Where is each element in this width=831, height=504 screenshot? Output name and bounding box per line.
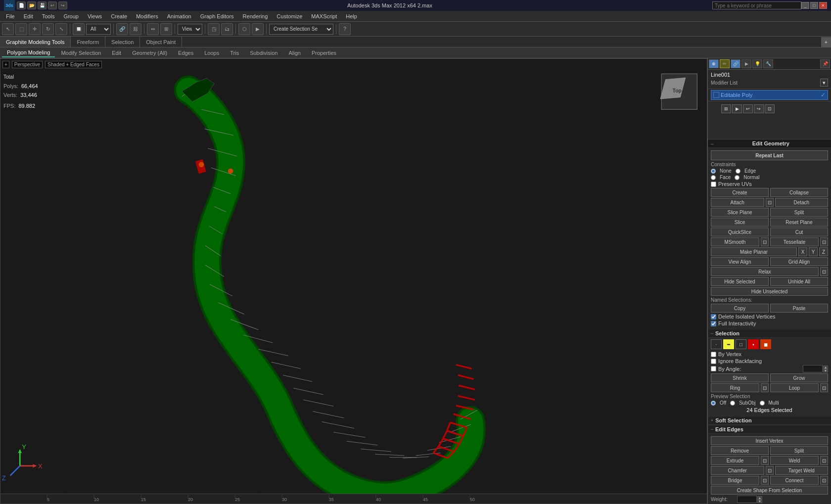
rtab-subdivision[interactable]: Subdivision bbox=[245, 49, 282, 57]
weight-down[interactable]: ▼ bbox=[757, 500, 762, 503]
constraint-normal[interactable] bbox=[735, 175, 739, 180]
menu-group[interactable]: Group bbox=[59, 12, 83, 20]
edit-edges-minus[interactable]: – bbox=[711, 427, 713, 432]
reference-coord[interactable]: 🔲 bbox=[73, 23, 85, 35]
quick-render[interactable]: ▶ bbox=[252, 23, 264, 35]
full-interactivity-cb[interactable] bbox=[711, 321, 716, 326]
menu-modifiers[interactable]: Modifiers bbox=[132, 12, 162, 20]
remove-btn[interactable]: Remove bbox=[711, 446, 769, 455]
by-vertex-cb[interactable] bbox=[711, 352, 716, 357]
relax-btn[interactable]: Relax bbox=[711, 267, 819, 276]
search-input[interactable] bbox=[712, 1, 801, 9]
msmooth-btn[interactable]: MSmooth bbox=[711, 237, 759, 246]
x-btn[interactable]: X bbox=[798, 247, 807, 256]
view-icon-1[interactable]: ⊞ bbox=[721, 104, 731, 113]
close-btn[interactable]: ✕ bbox=[819, 2, 827, 9]
panel-icon-display[interactable]: 💡 bbox=[752, 59, 762, 68]
edge-icon[interactable]: ━ bbox=[723, 339, 734, 349]
quickslice-btn[interactable]: QuickSlice bbox=[711, 228, 769, 236]
rtab-tris[interactable]: Tris bbox=[225, 49, 244, 57]
by-angle-cb[interactable] bbox=[711, 366, 716, 371]
constraint-face[interactable] bbox=[711, 175, 716, 180]
slice-plane-btn[interactable]: Slice Plane bbox=[711, 208, 769, 217]
detach-btn[interactable]: Detach bbox=[775, 198, 829, 207]
insert-vertex-btn[interactable]: Insert Vertex bbox=[711, 436, 828, 445]
link-tool[interactable]: 🔗 bbox=[116, 23, 128, 35]
modifier-list-arrow[interactable]: ▾ bbox=[820, 79, 828, 87]
move-tool[interactable]: ✛ bbox=[29, 23, 41, 35]
coord-dropdown[interactable]: AllView bbox=[86, 24, 111, 35]
split-btn[interactable]: Split bbox=[770, 208, 828, 217]
rtab-modify-selection[interactable]: Modify Selection bbox=[56, 49, 106, 57]
panel-icon-utilities[interactable]: 🔧 bbox=[763, 59, 773, 68]
editable-poly-modifier[interactable]: Editable Poly ✓ bbox=[711, 90, 828, 100]
help-btn[interactable]: ? bbox=[339, 23, 351, 35]
preview-multi[interactable] bbox=[760, 401, 765, 406]
msmooth-settings[interactable]: ⊡ bbox=[761, 237, 769, 246]
vp-plus[interactable]: + bbox=[2, 61, 9, 68]
grid-align-btn[interactable]: Grid Align bbox=[770, 257, 828, 266]
selection-minus[interactable]: – bbox=[711, 331, 713, 336]
layer-btn[interactable]: 🗂 bbox=[221, 23, 233, 35]
rotate-tool[interactable]: ↻ bbox=[42, 23, 54, 35]
menu-help[interactable]: Help bbox=[342, 12, 361, 20]
collapse-btn[interactable]: Collapse bbox=[770, 188, 828, 197]
ignore-backfacing-cb[interactable] bbox=[711, 359, 716, 364]
vp-shading[interactable]: Shaded + Edged Faces bbox=[45, 61, 102, 68]
repeat-last-btn[interactable]: Repeat Last bbox=[711, 150, 828, 160]
constraint-none[interactable] bbox=[711, 169, 716, 174]
shrink-btn[interactable]: Shrink bbox=[711, 373, 769, 382]
rtab-geometry-all[interactable]: Geometry (All) bbox=[127, 49, 172, 57]
maximize-btn[interactable]: □ bbox=[810, 2, 818, 9]
open-btn[interactable]: 📂 bbox=[27, 1, 36, 9]
loop-btn[interactable]: Loop bbox=[770, 383, 819, 392]
view-icon-3[interactable]: ↩ bbox=[743, 104, 753, 113]
unhide-all-btn[interactable]: Unhide All bbox=[770, 277, 828, 286]
connect-btn[interactable]: Connect bbox=[770, 476, 819, 485]
relax-settings[interactable]: ⊡ bbox=[820, 267, 828, 276]
vp-perspective[interactable]: Perspective bbox=[12, 61, 43, 68]
tessellate-btn[interactable]: Tessellate bbox=[770, 237, 819, 246]
menu-file[interactable]: File bbox=[2, 12, 19, 20]
polygon-icon[interactable]: ▪ bbox=[748, 339, 759, 349]
unlink-tool[interactable]: ⛓ bbox=[130, 23, 141, 35]
vertex-icon[interactable]: · bbox=[711, 339, 722, 349]
extrude-btn[interactable]: Extrude bbox=[711, 456, 759, 465]
bridge-settings[interactable]: ⊡ bbox=[761, 476, 769, 485]
weight-input[interactable]: 1.0 bbox=[737, 496, 757, 503]
select-tool[interactable]: ↖ bbox=[2, 23, 14, 35]
hide-selected-btn[interactable]: Hide Selected bbox=[711, 277, 769, 286]
connect-settings[interactable]: ⊡ bbox=[820, 476, 828, 485]
undo-btn[interactable]: ↩ bbox=[48, 1, 57, 9]
graphite-expand[interactable]: + bbox=[821, 37, 831, 47]
weight-up[interactable]: ▲ bbox=[757, 496, 762, 500]
align-tool[interactable]: ⊞ bbox=[160, 23, 172, 35]
attach-settings[interactable]: ⊡ bbox=[766, 198, 774, 207]
chamfer-btn[interactable]: Chamfer bbox=[711, 466, 764, 475]
by-angle-up[interactable]: ▲ bbox=[823, 366, 828, 369]
tab-graphite[interactable]: Graphite Modeling Tools bbox=[0, 37, 71, 47]
cut-btn[interactable]: Cut bbox=[770, 228, 828, 236]
view-align-btn[interactable]: View Align bbox=[711, 257, 769, 266]
reset-plane-btn[interactable]: Reset Plane bbox=[770, 218, 828, 227]
ring-settings[interactable]: ⊡ bbox=[761, 383, 769, 392]
extrude-settings[interactable]: ⊡ bbox=[761, 456, 769, 465]
menu-rendering[interactable]: Rendering bbox=[239, 12, 272, 20]
menu-create[interactable]: Create bbox=[107, 12, 131, 20]
menu-views[interactable]: Views bbox=[84, 12, 106, 20]
scale-tool[interactable]: ⤡ bbox=[55, 23, 67, 35]
ring-btn[interactable]: Ring bbox=[711, 383, 759, 392]
target-weld-btn[interactable]: Target Weld bbox=[775, 466, 829, 475]
paste-named-btn[interactable]: Paste bbox=[770, 304, 828, 313]
new-btn[interactable]: 📄 bbox=[17, 1, 26, 9]
render-btn[interactable]: ⬡ bbox=[238, 23, 250, 35]
z-btn[interactable]: Z bbox=[819, 247, 828, 256]
edit-geom-minus[interactable]: – bbox=[711, 141, 714, 146]
save-btn[interactable]: 💾 bbox=[38, 1, 46, 9]
delete-isolated-cb[interactable] bbox=[711, 314, 716, 320]
by-angle-down[interactable]: ▼ bbox=[823, 369, 828, 372]
soft-sel-plus[interactable]: + bbox=[711, 418, 713, 423]
redo-btn[interactable]: ↪ bbox=[58, 1, 67, 9]
by-angle-input[interactable]: 45.0 bbox=[803, 365, 823, 372]
create-btn[interactable]: Create bbox=[711, 188, 769, 197]
